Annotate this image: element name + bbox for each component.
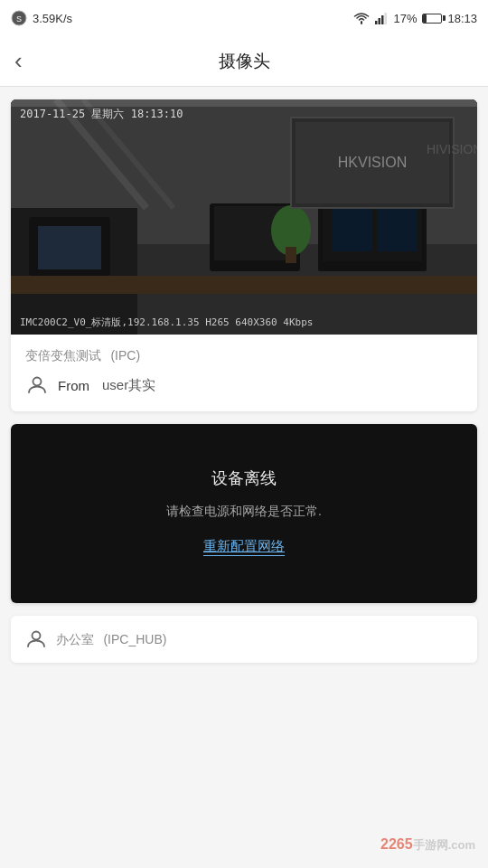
camera-from-row: From user其实 xyxy=(25,373,463,397)
svg-rect-17 xyxy=(377,206,417,251)
offline-title: 设备离线 xyxy=(211,467,277,489)
wifi-icon xyxy=(353,12,370,24)
svg-rect-3 xyxy=(379,18,381,24)
camera-preview[interactable]: 2017-11-25 星期六 18:13:10 xyxy=(11,99,477,335)
svg-rect-19 xyxy=(286,247,296,263)
camera-meta: 变倍变焦测试 (IPC) From user其实 xyxy=(11,335,477,411)
svg-rect-8 xyxy=(11,99,477,107)
from-label: From xyxy=(58,378,89,393)
from-value: user其实 xyxy=(102,377,155,394)
svg-rect-16 xyxy=(332,206,372,251)
status-right: 17% 18:13 xyxy=(353,12,477,25)
back-button[interactable]: ‹ xyxy=(14,47,23,75)
watermark-brand: 2265手游网.com xyxy=(380,836,475,852)
offline-description: 请检查电源和网络是否正常. xyxy=(166,504,322,520)
office-scene-svg: HKVISION HIVISION xyxy=(11,99,477,335)
status-bar: S 3.59K/s 17% 18:13 xyxy=(0,0,488,36)
user-icon xyxy=(25,373,49,397)
network-speed: 3.59K/s xyxy=(33,12,72,25)
svg-rect-11 xyxy=(38,226,101,269)
office-name: 办公室 (IPC_HUB) xyxy=(56,631,166,648)
camera-timestamp: 2017-11-25 星期六 18:13:10 xyxy=(20,107,183,122)
camera-name: 变倍变焦测试 (IPC) xyxy=(25,347,463,364)
offline-card: 设备离线 请检查电源和网络是否正常. 重新配置网络 xyxy=(11,424,477,603)
app-icon: S xyxy=(11,10,27,26)
reconfigure-button[interactable]: 重新配置网络 xyxy=(203,538,285,556)
battery-percent: 17% xyxy=(393,12,417,25)
svg-point-27 xyxy=(33,378,42,386)
page-title: 摄像头 xyxy=(219,50,270,73)
svg-point-28 xyxy=(33,632,41,640)
svg-rect-2 xyxy=(375,21,378,24)
camera-card-1: 2017-11-25 星期六 18:13:10 xyxy=(11,99,477,411)
svg-text:S: S xyxy=(16,14,22,24)
svg-text:HIVISION: HIVISION xyxy=(427,142,477,156)
office-user-icon xyxy=(25,628,47,650)
battery-icon xyxy=(422,14,442,24)
signal-icon xyxy=(375,12,388,24)
svg-text:HKVISION: HKVISION xyxy=(338,155,407,170)
nav-bar: ‹ 摄像头 xyxy=(0,36,488,87)
office-card: 办公室 (IPC_HUB) xyxy=(11,616,477,663)
svg-rect-23 xyxy=(11,276,477,294)
watermark: 2265手游网.com xyxy=(380,836,475,854)
svg-rect-5 xyxy=(385,13,388,24)
camera-info-bar: IMC200C2_V0_标清版,192.168.1.35 H265 640X36… xyxy=(20,316,468,329)
time: 18:13 xyxy=(447,12,477,25)
svg-rect-4 xyxy=(381,15,384,24)
status-left: S 3.59K/s xyxy=(11,10,72,26)
